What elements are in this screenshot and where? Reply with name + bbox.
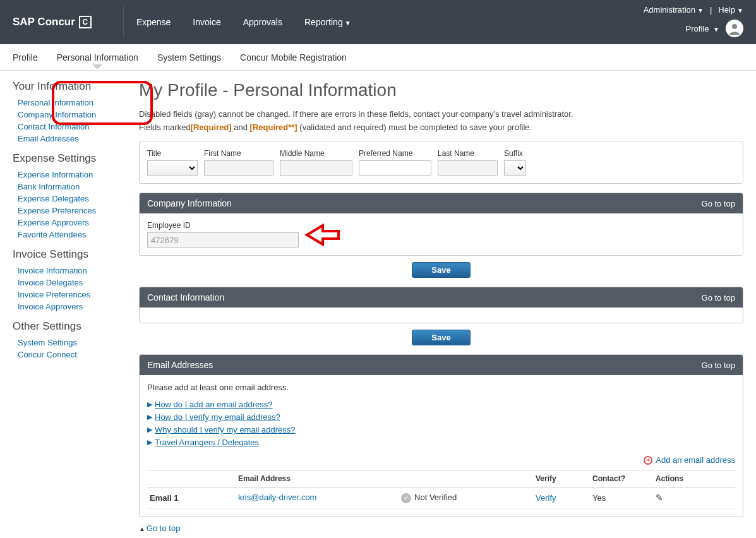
col-email: Email Address (236, 470, 533, 487)
employee-id-label: Employee ID (147, 221, 735, 230)
brand-logo: SAP Concur C (13, 16, 92, 28)
caret-down-icon: ▼ (697, 7, 704, 14)
required-validated-marker: [Required**] (250, 123, 297, 132)
edit-pencil-icon[interactable]: ✎ (656, 493, 663, 503)
email-table: Email Address Verify Contact? Actions Em… (147, 470, 735, 509)
help-link[interactable]: Help▼ (718, 5, 743, 15)
faq-add-email[interactable]: How do I add an email address? (155, 400, 272, 409)
first-name-label: First Name (204, 149, 273, 158)
middle-name-label: Middle Name (280, 149, 352, 158)
description-2: Fields marked[Required] and [Required**]… (139, 123, 743, 132)
email-instruction: Please add at least one email address. (147, 383, 735, 392)
sidebar-expense-preferences[interactable]: Expense Preferences (18, 206, 96, 215)
contact-info-heading: Contact Information (147, 292, 224, 302)
email-addresses-panel: Email Addresses Go to top Please add at … (139, 354, 743, 517)
title-label: Title (147, 149, 198, 158)
middle-name-input[interactable] (280, 160, 352, 176)
main-content: My Profile - Personal Information Disabl… (139, 80, 743, 538)
plus-circle-icon: + (644, 456, 652, 465)
preferred-name-label: Preferred Name (359, 149, 431, 158)
preferred-name-input[interactable] (359, 160, 431, 176)
sidebar-bank-info[interactable]: Bank Information (18, 182, 80, 191)
check-circle-icon: ✓ (401, 493, 411, 503)
sidebar-invoice-preferences[interactable]: Invoice Preferences (18, 290, 90, 299)
last-name-label: Last Name (438, 149, 498, 158)
sidebar-favorite-attendees[interactable]: Favorite Attendees (18, 230, 86, 239)
triangle-up-icon: ▲ (139, 525, 145, 532)
sidebar-invoice-delegates[interactable]: Invoice Delegates (18, 278, 83, 287)
sidebar-heading-expense: Expense Settings (13, 152, 126, 165)
top-right-area: Administration▼ | Help▼ Profile ▼ (644, 5, 743, 37)
sidebar-contact-info[interactable]: Contact Information (18, 122, 89, 131)
triangle-right-icon: ▶ (147, 438, 152, 446)
administration-link[interactable]: Administration▼ (644, 5, 704, 15)
sidebar: Your Information Personal Information Co… (13, 80, 126, 538)
subnav-personal-info[interactable]: Personal Information (57, 46, 138, 69)
go-to-top-link[interactable]: Go to top (702, 361, 735, 370)
verify-link[interactable]: Verify (536, 493, 556, 503)
brand-logo-box: C (79, 16, 92, 28)
top-header: SAP Concur C Expense Invoice Approvals R… (0, 0, 756, 44)
contact-info-panel: Contact Information Go to top (139, 287, 743, 323)
last-name-input[interactable] (438, 160, 498, 176)
caret-down-icon: ▼ (737, 7, 743, 14)
triangle-right-icon: ▶ (147, 426, 152, 434)
divider (123, 6, 124, 38)
nav-reporting[interactable]: Reporting▼ (304, 17, 351, 27)
description-1: Disabled fields (gray) cannot be changed… (139, 109, 743, 119)
sidebar-email-addresses[interactable]: Email Addresses (18, 134, 79, 143)
nav-approvals[interactable]: Approvals (243, 17, 282, 27)
main-nav: Expense Invoice Approvals Reporting▼ (136, 17, 351, 27)
employee-id-input[interactable] (147, 232, 299, 248)
subnav-concur-mobile[interactable]: Concur Mobile Registration (240, 46, 347, 69)
caret-down-icon: ▼ (345, 20, 351, 27)
subnav-profile[interactable]: Profile (13, 46, 38, 69)
triangle-right-icon: ▶ (147, 413, 152, 421)
save-button[interactable]: Save (412, 262, 470, 278)
email-address-link[interactable]: kris@daily-driver.com (238, 493, 316, 502)
sidebar-company-info[interactable]: Company Information (18, 110, 96, 119)
subnav-system-settings[interactable]: System Settings (157, 46, 221, 69)
sidebar-system-settings[interactable]: System Settings (18, 338, 77, 347)
brand-text: SAP Concur (13, 16, 75, 28)
company-info-heading: Company Information (147, 198, 232, 208)
suffix-select[interactable] (504, 160, 526, 176)
col-contact: Contact? (590, 470, 653, 487)
divider: | (710, 5, 712, 15)
go-to-top-link[interactable]: Go to top (702, 199, 735, 208)
name-panel: Title First Name Middle Name Preferred N… (139, 141, 743, 184)
col-verify: Verify (533, 470, 590, 487)
sidebar-heading-your-info: Your Information (13, 80, 126, 93)
sidebar-invoice-approvers[interactable]: Invoice Approvers (18, 302, 83, 311)
sidebar-heading-other: Other Settings (13, 320, 126, 333)
triangle-right-icon: ▶ (147, 400, 152, 409)
profile-link[interactable]: Profile ▼ (686, 24, 719, 33)
company-info-panel: Company Information Go to top Employee I… (139, 193, 743, 256)
caret-down-icon: ▼ (713, 26, 719, 33)
faq-why-verify[interactable]: Why should I verify my email address? (155, 425, 296, 434)
sidebar-expense-delegates[interactable]: Expense Delegates (18, 194, 89, 203)
sidebar-concur-connect[interactable]: Concur Connect (18, 350, 77, 359)
sidebar-heading-invoice: Invoice Settings (13, 248, 126, 261)
avatar[interactable] (726, 20, 743, 37)
title-select[interactable] (147, 160, 198, 176)
sidebar-expense-info[interactable]: Expense Information (18, 170, 93, 179)
faq-verify-email[interactable]: How do I verify my email address? (155, 412, 280, 422)
contact-value: Yes (590, 487, 653, 509)
sidebar-personal-info[interactable]: Personal Information (18, 98, 93, 107)
suffix-label: Suffix (504, 149, 526, 158)
email-row: Email 1 kris@daily-driver.com ✓Not Verif… (147, 487, 735, 509)
verify-status: Not Verified (414, 493, 457, 502)
go-to-top-bottom-link[interactable]: Go to top (147, 523, 180, 533)
sidebar-expense-approvers[interactable]: Expense Approvers (18, 218, 89, 227)
save-button[interactable]: Save (412, 330, 470, 345)
page-title: My Profile - Personal Information (139, 80, 743, 100)
nav-expense[interactable]: Expense (136, 17, 171, 27)
go-to-top-link[interactable]: Go to top (702, 293, 735, 302)
sidebar-invoice-info[interactable]: Invoice Information (18, 266, 87, 275)
faq-travel-arrangers[interactable]: Travel Arrangers / Delegates (155, 438, 259, 447)
add-email-link[interactable]: + Add an email address (644, 455, 735, 465)
first-name-input[interactable] (204, 160, 273, 176)
nav-invoice[interactable]: Invoice (193, 17, 220, 27)
email-row-label: Email 1 (150, 493, 179, 503)
